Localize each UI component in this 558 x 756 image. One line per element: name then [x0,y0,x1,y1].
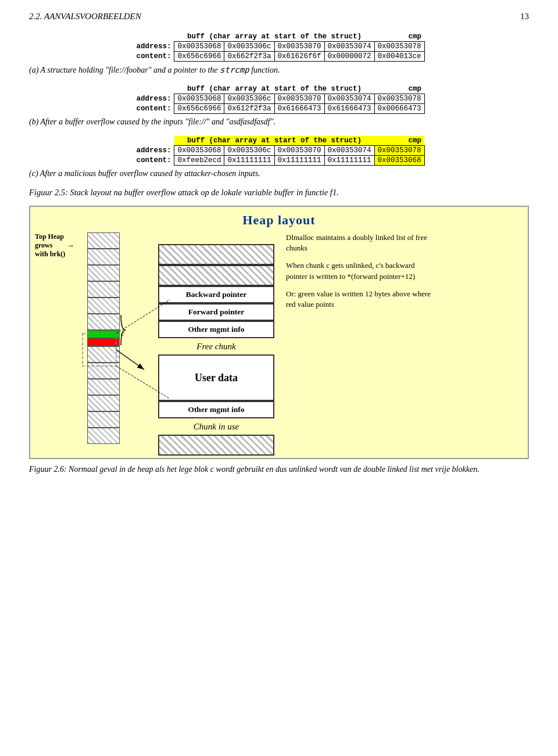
stack-cell-1 [87,249,120,265]
heap-desc-1: Dlmalloc maintains a doubly linked list … [286,232,437,253]
fig-c-content-2: 0x11111111 [274,156,324,166]
figure-a: buff (char array at start of the struct)… [29,32,529,75]
brace-area: c [120,314,137,338]
section-title: 2.2. AANVALSVOORBEELDEN [29,12,141,22]
fig-b-addr-0: 0x00353068 [174,94,224,104]
fig-b-content-1: 0x612f2f3a [224,104,274,114]
chunk-hatch-top [158,244,274,265]
stack-cell-0 [87,232,120,249]
fig-a-addr-4: 0x00353078 [374,42,424,52]
heap-desc-3: Or: green value is written 12 bytes abov… [286,289,437,310]
fig-b-addr-4: 0x00353078 [374,94,424,104]
fig-c-buff-header: buff (char array at start of the struct) [174,136,374,146]
fig26-caption: Figuur 2.6: Normaal geval in de heap als… [29,465,529,474]
fig-b-addr-label: address: [133,94,174,104]
heap-diagram-title: Heap layout [35,213,523,228]
fig25-caption-text: Figuur 2.5: Stack layout na buffer overf… [29,188,339,197]
heap-desc-2: When chunk c gets unlinked, c's backward… [286,260,437,281]
free-chunk-label-row: Free chunk [158,338,274,354]
fig-a-content-1: 0x662f2f3a [224,52,274,62]
fig-c-addr-4: 0x00353078 [374,146,424,156]
figure-c-table: buff (char array at start of the struct)… [133,136,424,166]
page-number: 13 [520,12,529,22]
fig-a-caption: (a) A structure holding "file://foobar" … [29,65,529,75]
fig-b-addr-2: 0x00353070 [274,94,324,104]
fig-c-addr-2: 0x00353070 [274,146,324,156]
stack-cell-red [87,338,120,346]
fig-c-content-4: 0x00353068 [374,156,424,166]
fig-a-content-2: 0x61626f6f [274,52,324,62]
fig-b-content-2: 0x61666473 [274,104,324,114]
figure-c: buff (char array at start of the struct)… [29,136,529,178]
figure-b-table: buff (char array at start of the struct)… [133,84,424,114]
fig-a-buff-header: buff (char array at start of the struct) [174,32,374,42]
fig-c-addr-0: 0x00353068 [174,146,224,156]
chunk-user-data: User data [158,354,274,401]
chunk-other-mgmt-bottom: Other mgmt info [158,401,274,418]
fig-b-content-label: content: [133,104,174,114]
stack-cell-9 [87,395,120,411]
heap-diagram: Heap layout Top Heapgrowswith brk() → [29,206,529,459]
fig-c-addr-3: 0x00353074 [324,146,374,156]
fig-a-content-0: 0x656c6966 [174,52,224,62]
figure-a-table-container: buff (char array at start of the struct)… [29,32,529,62]
fig-b-content-3: 0x61666473 [324,104,374,114]
top-heap-text: Top Heapgrowswith brk() [35,232,65,259]
heap-right-descriptions: Dlmalloc maintains a doubly linked list … [286,232,437,317]
fig-c-addr-1: 0x0035306c [224,146,274,156]
fig25-caption: Figuur 2.5: Stack layout na buffer overf… [29,188,529,198]
fig-a-cmp-header: cmp [374,32,424,42]
fig-c-content-1: 0x11111111 [224,156,274,166]
stack-cell-10 [87,411,120,428]
stack-cell-3 [87,281,120,298]
fig-c-content-0: 0xfeeb2ecd [174,156,224,166]
fig-a-content-label: content: [133,52,174,62]
fig-c-caption-text: (c) After a malicious buffer overflow ca… [29,169,260,178]
fig26-caption-text: Figuur 2.6: Normaal geval in de heap als… [29,465,480,474]
chunk-diagram: Backward pointer Forward pointer Other m… [158,244,274,456]
fig-c-content-3: 0x11111111 [324,156,374,166]
fig-b-addr-1: 0x0035306c [224,94,274,104]
free-chunk-label: Free chunk [158,338,274,354]
stack-cell-8 [87,379,120,395]
top-heap-arrow: → [66,241,74,250]
fig-a-content-3: 0x00000072 [324,52,374,62]
heap-left-labels: Top Heapgrowswith brk() → [35,232,87,260]
fig-a-addr-2: 0x00353070 [274,42,324,52]
fig-c-caption: (c) After a malicious buffer overflow ca… [29,169,529,178]
heap-inner: Top Heapgrowswith brk() → [35,232,523,456]
stack-cell-6 [87,346,120,363]
stack-cell-5 [87,314,120,330]
figure-a-table: buff (char array at start of the struct)… [133,32,424,62]
fig-a-caption-text: (a) A structure holding "file://foobar" … [29,66,280,74]
fig-b-content-0: 0x656c6966 [174,104,224,114]
top-heap-label: Top Heapgrowswith brk() → [35,232,74,259]
fig-b-cmp-header: cmp [374,84,424,94]
fig-a-addr-3: 0x00353074 [324,42,374,52]
fig-c-content-label: content: [133,156,174,166]
chunk-forward-pointer: Forward pointer [158,303,274,321]
figure-b: buff (char array at start of the struct)… [29,84,529,127]
figure-c-table-container: buff (char array at start of the struct)… [29,136,529,166]
fig-b-addr-3: 0x00353074 [324,94,374,104]
chunk-backward-pointer: Backward pointer [158,286,274,303]
heap-diagram-wrapper: Heap layout Top Heapgrowswith brk() → [29,206,529,459]
fig-a-addr-label: address: [133,42,174,52]
fig-c-cmp-header: cmp [374,136,424,146]
fig-a-addr-1: 0x0035306c [224,42,274,52]
page-header: 2.2. AANVALSVOORBEELDEN 13 [29,12,529,22]
stack-cell-4 [87,298,120,314]
stack-cell-11 [87,428,120,444]
stack-cell-green [87,330,120,338]
brace-c-label: c [121,329,124,338]
fig-c-addr-label: address: [133,146,174,156]
fig-a-content-4: 0x004013ce [374,52,424,62]
fig-b-caption-text: (b) After a buffer overflow caused by th… [29,117,276,126]
fig-a-addr-0: 0x00353068 [174,42,224,52]
stack-column [87,232,120,444]
chunk-in-use-label: Chunk in use [158,418,274,435]
chunk-other-mgmt-top: Other mgmt info [158,321,274,338]
chunk-hatch-bottom [158,435,274,456]
fig-b-content-4: 0x00666473 [374,104,424,114]
stack-cell-2 [87,265,120,281]
